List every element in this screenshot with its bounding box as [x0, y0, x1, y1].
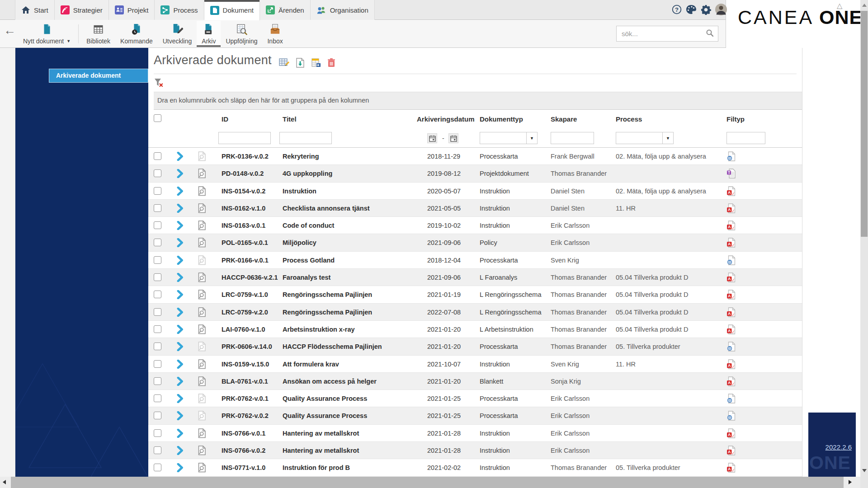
pdf-file-icon[interactable]: A	[726, 203, 736, 213]
preview-document-icon[interactable]	[198, 411, 207, 421]
horizontal-scrollbar-thumb[interactable]	[11, 477, 844, 488]
web-document-file-icon[interactable]	[726, 342, 736, 352]
web-document-file-icon[interactable]	[726, 411, 736, 421]
open-document-chevron-icon[interactable]	[177, 463, 184, 472]
row-checkbox[interactable]	[154, 325, 161, 333]
table-row[interactable]: INS-0766-v.0.1Hantering av metallskrot20…	[148, 425, 802, 442]
table-row[interactable]: PD-0148-v.0.24G uppkoppling2019-08-12Pro…	[148, 165, 802, 182]
tab-strategier[interactable]: Strategier	[55, 0, 109, 20]
preview-document-icon[interactable]	[198, 324, 207, 334]
pdf-file-icon[interactable]: A	[726, 463, 736, 473]
preview-document-icon[interactable]	[198, 169, 207, 178]
open-document-chevron-icon[interactable]	[177, 152, 184, 161]
column-header-process[interactable]: Process	[616, 110, 642, 129]
preview-document-icon[interactable]	[198, 203, 207, 213]
open-document-chevron-icon[interactable]	[177, 221, 184, 230]
row-checkbox[interactable]	[154, 152, 161, 160]
scroll-left-arrow[interactable]	[3, 480, 6, 484]
open-document-chevron-icon[interactable]	[177, 187, 184, 196]
row-checkbox[interactable]	[154, 239, 161, 246]
preview-document-icon[interactable]	[198, 290, 207, 300]
preview-document-icon[interactable]	[198, 428, 207, 438]
pdf-file-icon[interactable]: A	[726, 290, 736, 300]
filter-filtyp-input[interactable]	[726, 132, 765, 144]
pdf-file-icon[interactable]: A	[726, 221, 736, 230]
settings-gear-icon[interactable]	[701, 5, 711, 15]
column-header-skapare[interactable]: Skapare	[551, 110, 577, 129]
row-checkbox[interactable]	[154, 394, 161, 402]
preview-document-icon[interactable]	[198, 394, 207, 404]
filter-titel-input[interactable]	[279, 132, 332, 144]
row-checkbox[interactable]	[154, 308, 161, 316]
user-avatar[interactable]	[715, 4, 727, 15]
toolbar-item-inbox[interactable]: Inbox	[262, 21, 288, 47]
preview-document-icon[interactable]	[198, 463, 207, 473]
row-checkbox[interactable]	[154, 169, 161, 177]
preview-document-icon[interactable]	[198, 238, 207, 248]
row-checkbox[interactable]	[154, 412, 161, 419]
row-checkbox[interactable]	[154, 273, 161, 281]
scroll-down-arrow[interactable]	[862, 469, 867, 472]
pdf-file-icon[interactable]: A	[726, 428, 736, 438]
row-checkbox[interactable]	[154, 377, 161, 385]
select-all-checkbox[interactable]	[154, 114, 161, 122]
toolbar-item-utveckling[interactable]: Utveckling	[158, 21, 197, 47]
table-row[interactable]: LRC-0759-v.2.0Rengöringsschema Pajlinjen…	[148, 304, 802, 321]
vertical-scrollbar[interactable]	[860, 0, 868, 488]
scroll-to-top-icon[interactable]: △	[837, 1, 842, 10]
table-row[interactable]: HACCP-0636-v.2.1Faroanalys test2021-09-0…	[148, 269, 802, 286]
table-row[interactable]: LRC-0759-v.1.0Rengöringsschema Pajlinjen…	[148, 286, 802, 303]
open-document-chevron-icon[interactable]	[177, 377, 184, 386]
table-row[interactable]: INS-0771-v.1.0Instruktion för prod B2021…	[148, 459, 802, 476]
export-document-icon[interactable]	[296, 58, 305, 68]
table-row[interactable]: LAI-0760-v.1.0Arbetsinstruktion x-ray202…	[148, 321, 802, 338]
column-header-filtyp[interactable]: Filtyp	[726, 110, 745, 129]
open-document-chevron-icon[interactable]	[177, 308, 184, 317]
open-document-chevron-icon[interactable]	[177, 446, 184, 455]
table-row[interactable]: INS-0159-v.15.0Att formulera krav2021-10…	[148, 356, 802, 373]
scroll-up-arrow[interactable]	[862, 4, 867, 7]
table-row[interactable]: INS-0154-v.0.2Instruktion2020-05-07Instr…	[148, 183, 802, 200]
version-link[interactable]: 2022.2.6	[826, 443, 852, 451]
pdf-file-icon[interactable]: A	[726, 446, 736, 455]
open-document-chevron-icon[interactable]	[177, 273, 184, 282]
table-row[interactable]: POL-0165-v.0.1Miljöpolicy2021-09-06Polic…	[148, 234, 802, 251]
tab-renden[interactable]: Ärenden	[260, 0, 311, 20]
date-from-picker-icon[interactable]	[427, 133, 437, 143]
table-row[interactable]: INS-0162-v.1.0Checklista annonsera tjäns…	[148, 200, 802, 217]
theme-palette-icon[interactable]	[686, 5, 697, 14]
pdf-file-icon[interactable]: A	[726, 324, 736, 334]
horizontal-scrollbar[interactable]	[0, 477, 860, 488]
tab-start[interactable]: Start	[15, 0, 55, 20]
row-checkbox[interactable]	[154, 291, 161, 298]
customize-columns-icon[interactable]	[279, 58, 289, 68]
column-header-id[interactable]: ID	[222, 110, 228, 129]
tab-projekt[interactable]: Projekt	[109, 0, 155, 20]
row-checkbox[interactable]	[154, 187, 161, 195]
text-document-file-icon[interactable]: T	[726, 169, 736, 178]
toolbar-item-bibliotek[interactable]: Bibliotek	[81, 21, 115, 47]
filter-id-input[interactable]	[218, 132, 271, 144]
web-document-file-icon[interactable]	[726, 255, 736, 265]
clear-filter-icon[interactable]	[154, 78, 164, 88]
preview-document-icon[interactable]	[198, 446, 207, 455]
open-document-chevron-icon[interactable]	[177, 238, 184, 247]
column-header-typ[interactable]: Dokumenttyp	[480, 110, 523, 129]
group-by-bar[interactable]: Dra en kolumnrubrik och släpp den här fö…	[154, 92, 802, 110]
row-checkbox[interactable]	[154, 360, 161, 368]
preview-document-icon[interactable]	[198, 359, 207, 369]
web-document-file-icon[interactable]	[726, 394, 736, 404]
row-checkbox[interactable]	[154, 221, 161, 229]
back-arrow-button[interactable]: ←	[4, 24, 16, 37]
pdf-file-icon[interactable]: A	[726, 307, 736, 317]
tab-dokument[interactable]: Dokument	[204, 0, 260, 20]
pdf-file-icon[interactable]: A	[726, 376, 736, 386]
table-row[interactable]: PRK-0136-v.0.2Rekrytering2018-11-29Proce…	[148, 148, 802, 165]
preview-document-icon[interactable]	[198, 151, 207, 161]
preview-document-icon[interactable]	[198, 186, 207, 196]
row-checkbox[interactable]	[154, 343, 161, 350]
open-document-chevron-icon[interactable]	[177, 394, 184, 403]
open-document-chevron-icon[interactable]	[177, 411, 184, 420]
pdf-file-icon[interactable]: A	[726, 272, 736, 282]
open-document-chevron-icon[interactable]	[177, 256, 184, 265]
